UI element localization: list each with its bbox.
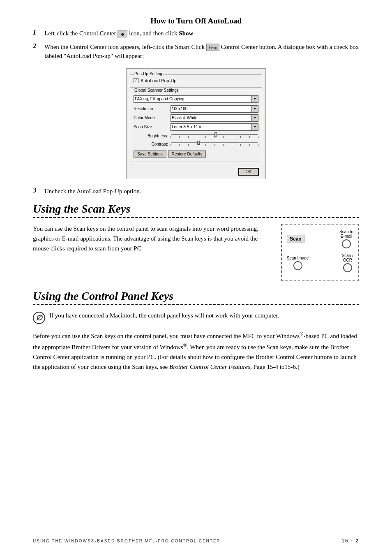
save-settings-button[interactable]: Save Settings <box>134 151 166 158</box>
section-control-panel-keys: Using the Control Panel Keys ∅ If you ha… <box>33 290 359 372</box>
scansize-dropdown[interactable]: Letter 8.5 x 11 in ▼ <box>171 123 258 131</box>
scan-email-button[interactable] <box>342 239 351 248</box>
scansize-row: Scan Size: Letter 8.5 x 11 in ▼ <box>134 123 258 131</box>
scan-panel-bottom: Scan Image Scan /OCR <box>287 252 353 272</box>
autoload-checkbox-label: AutoLoad Pop-Up <box>141 78 176 83</box>
scan-body-text: You can use the Scan keys on the control… <box>33 224 273 281</box>
control-center-icon: ⚙ <box>118 30 127 38</box>
scan-btn-col: Scan <box>287 235 304 243</box>
autoload-checkbox-row: ✓ AutoLoad Pop-Up <box>134 76 258 84</box>
scansize-arrow: ▼ <box>251 124 258 130</box>
step-1: 1 Left-click the Control Center ⚙ icon, … <box>33 29 359 38</box>
popup-setting-section: Pop-Up Setting ✓ AutoLoad Pop-Up <box>130 74 262 88</box>
scan-image-label: Scan Image <box>287 256 309 260</box>
step-2: 2 When the Control Center icon appears, … <box>33 42 359 61</box>
scan-section-content: You can use the Scan keys on the control… <box>33 224 359 281</box>
global-section-label: Global Scanner Settings <box>134 88 180 93</box>
resolution-arrow: ▼ <box>251 106 258 112</box>
section3-body: Before you can use the Scan keys on the … <box>33 330 359 372</box>
scan-ocr-button[interactable] <box>343 263 352 272</box>
dialog-box: Pop-Up Setting ✓ AutoLoad Pop-Up Global … <box>126 68 266 179</box>
step-3-number: 3 <box>33 187 44 194</box>
colormode-dropdown[interactable]: Black & White ▼ <box>171 114 258 122</box>
dialog-btn-group: Save Settings Restore Defaults <box>134 151 206 158</box>
autoload-checkbox[interactable]: ✓ <box>134 78 138 83</box>
scan-ocr-col: Scan /OCR <box>342 253 353 272</box>
section1-heading: How to Turn Off AutoLoad <box>33 16 359 25</box>
section2-rule <box>33 217 359 218</box>
section-autoload: How to Turn Off AutoLoad 1 Left-click th… <box>33 16 359 196</box>
scan-to-email-label: Scan toE-mail <box>339 229 353 239</box>
scan-image-button[interactable] <box>293 261 302 270</box>
scansize-label: Scan Size: <box>134 125 171 129</box>
contrast-thumb[interactable] <box>197 141 200 145</box>
popup-section-label: Pop-Up Setting <box>134 72 163 76</box>
smart-click-icon: Setup <box>206 44 219 51</box>
resolution-dropdown[interactable]: 100x100 ▼ <box>171 105 258 113</box>
contrast-row: Contrast: <box>134 141 258 148</box>
brightness-thumb[interactable] <box>214 132 217 137</box>
resolution-label: Resolution: <box>134 107 171 111</box>
step-1-content: Left-click the Control Center ⚙ icon, an… <box>44 29 359 38</box>
brightness-label: Brightness: <box>134 134 171 138</box>
scan-panel-top: Scan Scan toE-mail <box>287 229 353 248</box>
colormode-arrow: ▼ <box>251 115 258 121</box>
dialog-save-restore-row: Save Settings Restore Defaults <box>134 149 258 158</box>
brightness-track[interactable] <box>171 134 258 135</box>
scan-panel-diagram: Scan Scan toE-mail Scan Image <box>281 224 359 281</box>
step-3: 3 Uncheck the AutoLoad Pop-Up option. <box>33 187 359 196</box>
page: How to Turn Off AutoLoad 1 Left-click th… <box>0 0 392 556</box>
resolution-row: Resolution: 100x100 ▼ <box>134 105 258 113</box>
scan-button-label: Scan <box>287 235 304 243</box>
step-2-content: When the Control Center icon appears, le… <box>44 42 359 61</box>
page-number: 15 - 2 <box>341 538 359 544</box>
contrast-marks <box>171 144 258 146</box>
colormode-row: Color Mode: Black & White ▼ <box>134 114 258 122</box>
section3-body-text: Before you can use the Scan keys on the … <box>33 333 357 370</box>
note-text: If you have connected a Macintosh, the c… <box>49 311 359 320</box>
section2-heading: Using the Scan Keys <box>33 202 359 215</box>
scan-email-col: Scan toE-mail <box>307 229 353 248</box>
contrast-label: Contrast: <box>134 142 171 146</box>
global-scanner-section: Global Scanner Settings FAXing, Filing a… <box>130 91 262 162</box>
note-icon: ∅ <box>33 312 45 324</box>
scan-to-email-col: Scan toE-mail <box>339 229 353 248</box>
step-2-number: 2 <box>33 42 44 50</box>
footer-text: USING THE WINDOWS®-BASED BROTHER MFL-PRO… <box>33 539 221 543</box>
colormode-label: Color Mode: <box>134 116 171 120</box>
restore-defaults-button[interactable]: Restore Defaults <box>168 151 206 158</box>
note-row: ∅ If you have connected a Macintosh, the… <box>33 311 359 324</box>
scan-image-col: Scan Image <box>287 256 309 270</box>
contrast-track[interactable] <box>171 142 258 143</box>
ok-button-row: OK <box>127 165 265 179</box>
main-dropdown[interactable]: FAXing, Filing and Copying ▼ <box>134 95 258 103</box>
section3-rule <box>33 304 359 305</box>
ok-button[interactable]: OK <box>238 168 259 176</box>
brightness-row: Brightness: <box>134 132 258 139</box>
step-1-number: 1 <box>33 29 44 36</box>
section3-heading: Using the Control Panel Keys <box>33 290 359 303</box>
dropdown-arrow: ▼ <box>251 96 258 102</box>
dialog-wrapper: Pop-Up Setting ✓ AutoLoad Pop-Up Global … <box>33 68 359 179</box>
scan-ocr-label: Scan /OCR <box>342 253 353 262</box>
steps-list: 1 Left-click the Control Center ⚙ icon, … <box>33 29 359 61</box>
step-3-content: Uncheck the AutoLoad Pop-Up option. <box>44 187 359 196</box>
page-footer: USING THE WINDOWS®-BASED BROTHER MFL-PRO… <box>0 538 392 544</box>
section-scan-keys: Using the Scan Keys You can use the Scan… <box>33 202 359 281</box>
